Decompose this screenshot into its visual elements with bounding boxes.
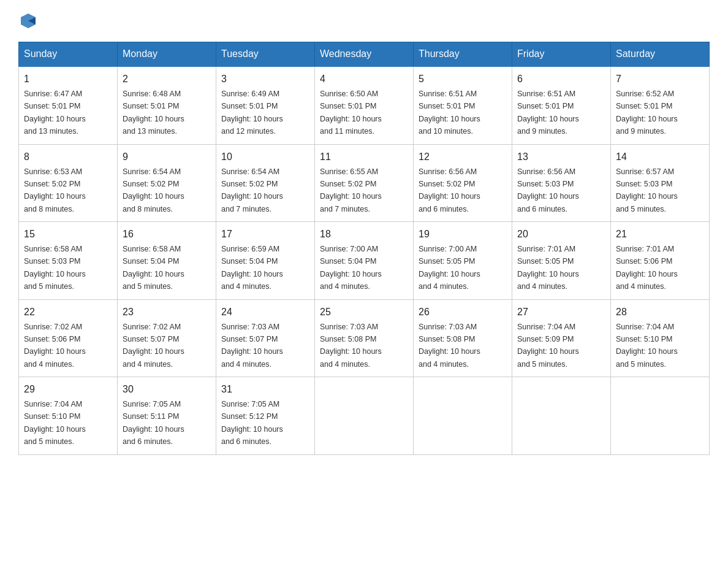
calendar-cell: 1Sunrise: 6:47 AMSunset: 5:01 PMDaylight… [19,66,118,144]
calendar-cell: 30Sunrise: 7:05 AMSunset: 5:11 PMDayligh… [118,377,216,455]
calendar-cell: 14Sunrise: 6:57 AMSunset: 5:03 PMDayligh… [611,144,710,222]
day-info: Sunrise: 6:59 AMSunset: 5:04 PMDaylight:… [221,245,283,291]
day-info: Sunrise: 7:01 AMSunset: 5:06 PMDaylight:… [616,245,678,291]
day-number: 22 [24,305,112,320]
day-number: 24 [221,305,309,320]
calendar-cell: 21Sunrise: 7:01 AMSunset: 5:06 PMDayligh… [611,222,710,300]
day-info: Sunrise: 6:56 AMSunset: 5:02 PMDaylight:… [419,167,480,213]
weekday-header-tuesday: Tuesday [216,42,315,67]
day-info: Sunrise: 7:05 AMSunset: 5:12 PMDaylight:… [221,400,283,446]
day-number: 20 [517,227,605,242]
calendar-cell: 18Sunrise: 7:00 AMSunset: 5:04 PMDayligh… [315,222,414,300]
day-info: Sunrise: 6:48 AMSunset: 5:01 PMDaylight:… [123,90,184,136]
day-number: 4 [320,72,408,86]
day-info: Sunrise: 6:50 AMSunset: 5:01 PMDaylight:… [320,90,382,136]
day-info: Sunrise: 7:04 AMSunset: 5:10 PMDaylight:… [24,400,86,446]
day-info: Sunrise: 7:05 AMSunset: 5:11 PMDaylight:… [123,400,184,446]
day-info: Sunrise: 6:51 AMSunset: 5:01 PMDaylight:… [419,90,480,136]
day-info: Sunrise: 7:04 AMSunset: 5:09 PMDaylight:… [517,323,579,369]
calendar-cell: 16Sunrise: 6:58 AMSunset: 5:04 PMDayligh… [118,222,216,300]
day-number: 28 [616,305,704,320]
day-number: 29 [24,382,112,397]
day-info: Sunrise: 6:49 AMSunset: 5:01 PMDaylight:… [221,90,283,136]
calendar-week-3: 15Sunrise: 6:58 AMSunset: 5:03 PMDayligh… [19,222,710,300]
day-info: Sunrise: 7:02 AMSunset: 5:07 PMDaylight:… [123,323,184,369]
calendar-cell: 26Sunrise: 7:03 AMSunset: 5:08 PMDayligh… [414,299,512,377]
day-info: Sunrise: 6:55 AMSunset: 5:02 PMDaylight:… [320,167,382,213]
day-number: 10 [221,150,309,164]
day-info: Sunrise: 7:04 AMSunset: 5:10 PMDaylight:… [616,323,678,369]
calendar-cell: 4Sunrise: 6:50 AMSunset: 5:01 PMDaylight… [315,66,414,144]
day-info: Sunrise: 7:02 AMSunset: 5:06 PMDaylight:… [24,323,86,369]
day-info: Sunrise: 6:54 AMSunset: 5:02 PMDaylight:… [221,167,283,213]
day-number: 12 [419,150,507,164]
weekday-header-monday: Monday [118,42,216,67]
day-info: Sunrise: 6:51 AMSunset: 5:01 PMDaylight:… [517,90,579,136]
day-info: Sunrise: 7:03 AMSunset: 5:08 PMDaylight:… [419,323,480,369]
calendar-cell: 23Sunrise: 7:02 AMSunset: 5:07 PMDayligh… [118,299,216,377]
day-number: 30 [123,382,211,397]
day-number: 19 [419,227,507,242]
calendar-cell: 31Sunrise: 7:05 AMSunset: 5:12 PMDayligh… [216,377,315,455]
calendar-cell: 3Sunrise: 6:49 AMSunset: 5:01 PMDaylight… [216,66,315,144]
weekday-header-thursday: Thursday [414,42,512,67]
calendar-cell: 22Sunrise: 7:02 AMSunset: 5:06 PMDayligh… [19,299,118,377]
day-info: Sunrise: 6:53 AMSunset: 5:02 PMDaylight:… [24,167,86,213]
calendar-cell: 2Sunrise: 6:48 AMSunset: 5:01 PMDaylight… [118,66,216,144]
calendar-cell: 17Sunrise: 6:59 AMSunset: 5:04 PMDayligh… [216,222,315,300]
calendar-cell: 24Sunrise: 7:03 AMSunset: 5:07 PMDayligh… [216,299,315,377]
calendar-week-4: 22Sunrise: 7:02 AMSunset: 5:06 PMDayligh… [19,299,710,377]
calendar-cell: 19Sunrise: 7:00 AMSunset: 5:05 PMDayligh… [414,222,512,300]
day-number: 11 [320,150,408,164]
calendar-cell: 10Sunrise: 6:54 AMSunset: 5:02 PMDayligh… [216,144,315,222]
day-number: 2 [123,72,211,86]
calendar-cell [414,377,512,455]
logo-icon [20,12,37,29]
day-info: Sunrise: 7:00 AMSunset: 5:04 PMDaylight:… [320,245,382,291]
calendar-table: SundayMondayTuesdayWednesdayThursdayFrid… [18,42,710,455]
day-number: 13 [517,150,605,164]
day-info: Sunrise: 7:03 AMSunset: 5:07 PMDaylight:… [221,323,283,369]
weekday-header-saturday: Saturday [611,42,710,67]
calendar-cell: 7Sunrise: 6:52 AMSunset: 5:01 PMDaylight… [611,66,710,144]
weekday-header-friday: Friday [512,42,611,67]
day-number: 31 [221,382,309,397]
calendar-cell: 9Sunrise: 6:54 AMSunset: 5:02 PMDaylight… [118,144,216,222]
calendar-cell: 13Sunrise: 6:56 AMSunset: 5:03 PMDayligh… [512,144,611,222]
weekday-header-wednesday: Wednesday [315,42,414,67]
day-info: Sunrise: 7:00 AMSunset: 5:05 PMDaylight:… [419,245,480,291]
day-number: 14 [616,150,704,164]
calendar-cell: 15Sunrise: 6:58 AMSunset: 5:03 PMDayligh… [19,222,118,300]
calendar-cell: 8Sunrise: 6:53 AMSunset: 5:02 PMDaylight… [19,144,118,222]
calendar-header: SundayMondayTuesdayWednesdayThursdayFrid… [19,42,710,67]
calendar-cell: 6Sunrise: 6:51 AMSunset: 5:01 PMDaylight… [512,66,611,144]
day-number: 18 [320,227,408,242]
day-info: Sunrise: 6:54 AMSunset: 5:02 PMDaylight:… [123,167,184,213]
day-number: 25 [320,305,408,320]
day-info: Sunrise: 6:58 AMSunset: 5:04 PMDaylight:… [123,245,184,291]
day-info: Sunrise: 6:58 AMSunset: 5:03 PMDaylight:… [24,245,86,291]
day-number: 3 [221,72,309,86]
day-number: 8 [24,150,112,164]
calendar-cell [611,377,710,455]
calendar-cell [315,377,414,455]
calendar-cell: 29Sunrise: 7:04 AMSunset: 5:10 PMDayligh… [19,377,118,455]
calendar-cell: 27Sunrise: 7:04 AMSunset: 5:09 PMDayligh… [512,299,611,377]
day-info: Sunrise: 6:52 AMSunset: 5:01 PMDaylight:… [616,90,678,136]
day-info: Sunrise: 7:01 AMSunset: 5:05 PMDaylight:… [517,245,579,291]
day-number: 7 [616,72,704,86]
day-number: 17 [221,227,309,242]
day-info: Sunrise: 6:57 AMSunset: 5:03 PMDaylight:… [616,167,678,213]
calendar-cell: 20Sunrise: 7:01 AMSunset: 5:05 PMDayligh… [512,222,611,300]
day-number: 6 [517,72,605,86]
day-info: Sunrise: 6:56 AMSunset: 5:03 PMDaylight:… [517,167,579,213]
calendar-body: 1Sunrise: 6:47 AMSunset: 5:01 PMDaylight… [19,66,710,454]
day-number: 27 [517,305,605,320]
page-header [18,12,710,29]
day-number: 21 [616,227,704,242]
day-info: Sunrise: 6:47 AMSunset: 5:01 PMDaylight:… [24,90,86,136]
calendar-cell: 11Sunrise: 6:55 AMSunset: 5:02 PMDayligh… [315,144,414,222]
day-number: 9 [123,150,211,164]
day-number: 16 [123,227,211,242]
day-number: 15 [24,227,112,242]
